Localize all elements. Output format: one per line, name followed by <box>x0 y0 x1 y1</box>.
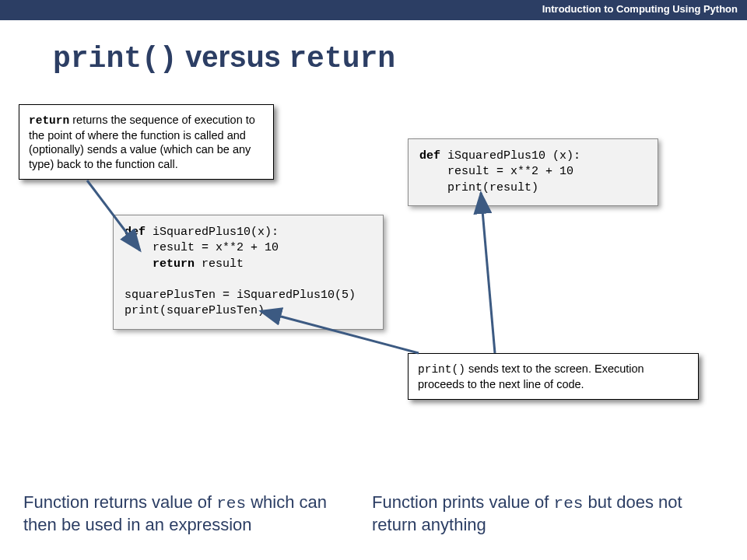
callout-return-kw: return <box>29 114 69 127</box>
title-versus: versus <box>177 40 289 73</box>
code-line <box>124 257 153 271</box>
header-text: Introduction to Computing Using Python <box>542 3 738 15</box>
caption-code: res <box>216 495 246 513</box>
caption-left: Function returns value of res which can … <box>23 492 342 536</box>
code-line: print(result) <box>419 181 538 194</box>
code-block-print: def iSquaredPlus10 (x): result = x**2 + … <box>408 138 658 206</box>
code-line: iSquaredPlus10(x): <box>146 226 279 239</box>
caption-text: Function returns value of <box>23 492 216 512</box>
title-code-print: print() <box>53 42 177 75</box>
page-title: print() versus return <box>53 40 395 75</box>
title-code-return: return <box>289 42 395 75</box>
code-line: result = x**2 + 10 <box>124 241 279 254</box>
code-line: result <box>195 257 244 271</box>
code-line: iSquaredPlus10 (x): <box>440 149 580 163</box>
callout-print-kw: print() <box>418 363 465 376</box>
callout-print: print() sends text to the screen. Execut… <box>408 353 699 400</box>
code-line: squarePlusTen = iSquaredPlus10(5) <box>124 289 356 302</box>
callout-return: return returns the sequence of execution… <box>19 104 274 180</box>
kw-def: def <box>124 226 146 239</box>
code-line: result = x**2 + 10 <box>419 165 573 178</box>
svg-line-3 <box>481 193 495 353</box>
caption-right: Function prints value of res but does no… <box>372 492 691 536</box>
kw-return: return <box>153 257 195 271</box>
caption-code: res <box>554 495 584 513</box>
code-line: print(squarePlusTen) <box>124 304 265 317</box>
caption-text: Function prints value of <box>372 492 554 512</box>
code-block-return: def iSquaredPlus10(x): result = x**2 + 1… <box>113 215 384 330</box>
header-bar: Introduction to Computing Using Python <box>0 0 747 20</box>
kw-def: def <box>419 149 440 163</box>
